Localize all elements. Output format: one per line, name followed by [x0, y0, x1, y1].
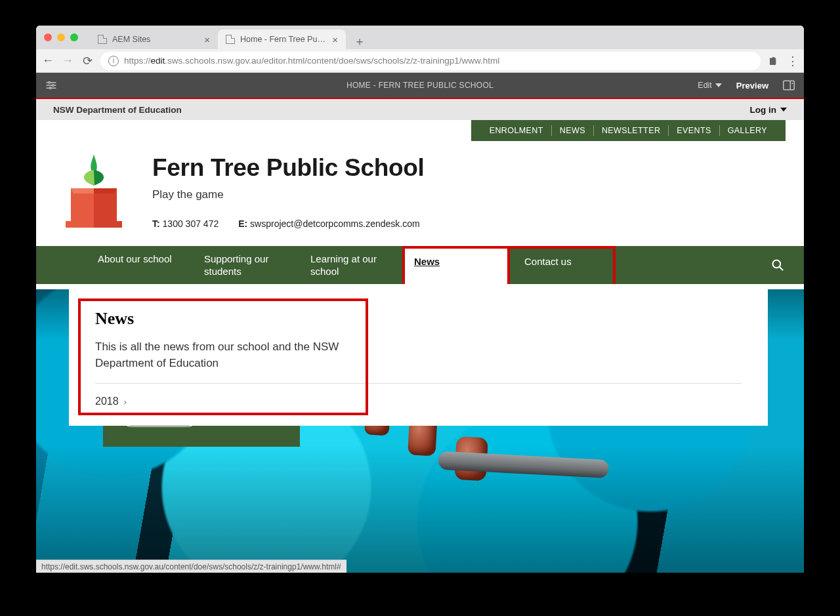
close-window-icon[interactable] [44, 33, 52, 41]
back-button[interactable]: ← [41, 54, 54, 68]
aem-editor-bar: HOME - FERN TREE PUBLIC SCHOOL Edit Prev… [36, 73, 804, 99]
search-icon[interactable] [771, 246, 804, 284]
nav-news[interactable]: News [402, 246, 510, 284]
school-contacts: T: 1300 307 472 E: swsproject@detcorpcom… [152, 218, 425, 229]
new-tab-button[interactable]: ＋ [346, 33, 373, 49]
svg-point-5 [49, 87, 51, 89]
url-text: https://edit.sws.schools.nsw.gov.au/edit… [124, 56, 499, 66]
svg-point-8 [791, 83, 793, 84]
phone-number: 1300 307 472 [163, 218, 219, 229]
email-address: swsproject@detcorpcomms.zendesk.com [250, 218, 420, 229]
school-name: Fern Tree Public School [152, 154, 425, 182]
page-icon [226, 35, 235, 44]
forward-button[interactable]: → [61, 54, 74, 68]
preview-button[interactable]: Preview [736, 81, 768, 91]
tab-close-icon[interactable]: × [332, 34, 338, 45]
status-url: https://edit.sws.schools.nsw.gov.au/cont… [41, 562, 341, 571]
chevron-right-icon: › [124, 397, 127, 407]
news-heading: News [95, 309, 742, 329]
address-bar[interactable]: i https://edit.sws.schools.nsw.gov.au/ed… [100, 52, 761, 70]
aem-page-title: HOME - FERN TREE PUBLIC SCHOOL [346, 81, 494, 90]
site-info-icon[interactable]: i [108, 56, 119, 66]
main-nav: About our school Supporting our students… [36, 246, 804, 284]
chevron-down-icon [780, 108, 787, 112]
edit-mode-dropdown[interactable]: Edit [698, 81, 722, 90]
browser-toolbar: ← → ⟳ i https://edit.sws.schools.nsw.gov… [36, 49, 804, 73]
svg-rect-6 [784, 81, 795, 90]
school-logo-icon [64, 154, 123, 230]
tab-close-icon[interactable]: × [204, 34, 210, 45]
tab-title: AEM Sites [112, 35, 199, 44]
tab-home-fern-tree[interactable]: Home - Fern Tree Public Schoo × [218, 30, 346, 49]
nav-learning[interactable]: Learning at our school [296, 246, 402, 284]
svg-point-1 [49, 81, 51, 83]
tab-list: AEM Sites × Home - Fern Tree Public Scho… [90, 26, 373, 49]
nav-supporting[interactable]: Supporting our students [190, 246, 296, 284]
utility-link-gallery[interactable]: GALLERY [720, 126, 775, 135]
department-bar: NSW Department of Education Log in [36, 99, 804, 120]
chevron-down-icon [715, 83, 722, 87]
year-label: 2018 [95, 396, 119, 407]
page-icon [98, 35, 107, 44]
login-link[interactable]: Log in [750, 105, 788, 115]
news-description: This is all the news from our school and… [95, 339, 371, 371]
tab-aem-sites[interactable]: AEM Sites × [90, 30, 218, 49]
reload-button[interactable]: ⟳ [81, 54, 94, 68]
edit-label: Edit [698, 81, 712, 90]
browser-actions: ⋮ [767, 54, 799, 68]
login-label: Log in [750, 105, 777, 115]
svg-line-16 [780, 267, 783, 270]
news-dropdown-panel: News This is all the news from our schoo… [69, 289, 768, 426]
tab-title: Home - Fern Tree Public Schoo [240, 35, 327, 44]
page-content: NSW Department of Education Log in ENROL… [36, 99, 804, 573]
fullscreen-window-icon[interactable] [70, 33, 78, 41]
minimize-window-icon[interactable] [57, 33, 65, 41]
nav-about[interactable]: About our school [83, 246, 190, 284]
page-properties-icon[interactable] [783, 80, 795, 91]
news-year-link[interactable]: 2018 › [95, 396, 742, 407]
browser-menu-icon[interactable]: ⋮ [787, 54, 799, 68]
side-panel-toggle-icon[interactable] [36, 81, 57, 90]
svg-point-3 [52, 85, 54, 87]
utility-link-newsletter[interactable]: NEWSLETTER [594, 126, 668, 135]
browser-window: AEM Sites × Home - Fern Tree Public Scho… [36, 26, 804, 573]
nav-contact[interactable]: Contact us [510, 246, 616, 284]
svg-rect-12 [94, 221, 122, 228]
divider [95, 383, 742, 384]
extension-icon[interactable] [767, 55, 778, 67]
utility-link-events[interactable]: EVENTS [669, 126, 719, 135]
utility-link-enrolment[interactable]: ENROLMENT [482, 126, 551, 135]
utility-link-news[interactable]: NEWS [552, 126, 593, 135]
svg-marker-14 [94, 188, 117, 194]
school-header: Fern Tree Public School Play the game T:… [36, 141, 804, 246]
department-title: NSW Department of Education [53, 105, 182, 115]
status-bar: https://edit.sws.schools.nsw.gov.au/cont… [36, 560, 346, 573]
svg-marker-13 [71, 188, 94, 194]
window-controls [44, 33, 78, 41]
school-tagline: Play the game [152, 188, 425, 201]
utility-nav: ENROLMENT NEWS NEWSLETTER EVENTS GALLERY [36, 120, 804, 141]
chrome-tab-strip: AEM Sites × Home - Fern Tree Public Scho… [36, 26, 804, 49]
